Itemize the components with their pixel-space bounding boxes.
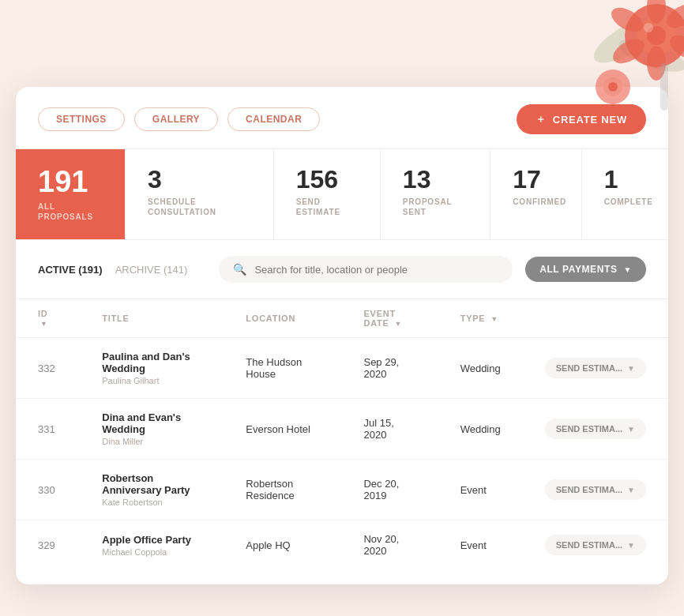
stat-label-3: PROPOSAL SENT: [403, 197, 468, 217]
stat-number-4: 17: [513, 167, 558, 192]
table-header-row: ID ▼ TITLE LOCATION EVENT DATE ▼ TYPE ▼: [16, 299, 668, 338]
cell-type-2: Event: [438, 460, 523, 520]
cell-action-1: SEND ESTIMA... ▼: [523, 399, 668, 460]
send-estimate-button-0[interactable]: SEND ESTIMA... ▼: [545, 358, 646, 378]
svg-point-0: [588, 7, 671, 71]
cell-type-3: Event: [438, 520, 523, 570]
stat-item-2[interactable]: 156 SEND ESTIMATE: [274, 149, 381, 239]
svg-point-2: [625, 4, 684, 67]
cell-date-1: Jul 15, 2020: [341, 399, 438, 460]
svg-point-6: [663, 0, 684, 32]
all-payments-button[interactable]: ALL PAYMENTS ▼: [525, 257, 646, 282]
stat-number-0: 191: [38, 167, 103, 197]
cell-action-3: SEND ESTIMA... ▼: [523, 520, 668, 570]
stat-number-3: 13: [403, 167, 468, 192]
cell-type-0: Wedding: [438, 338, 523, 399]
cell-title-2: Robertson Anniversary Party Kate Roberts…: [80, 460, 224, 520]
chevron-down-icon: ▼: [627, 486, 635, 494]
create-new-button[interactable]: ＋ CREATE NEW: [517, 104, 646, 134]
cell-id-1: 331: [16, 399, 80, 460]
stat-number-1: 3: [148, 167, 251, 192]
chevron-down-icon: ▼: [627, 364, 635, 373]
cell-location-2: Robertson Residence: [224, 460, 341, 520]
top-nav: SETTINGS GALLERY CALENDAR ＋ CREATE NEW: [16, 87, 668, 149]
send-estimate-button-1[interactable]: SEND ESTIMA... ▼: [545, 419, 646, 439]
stat-item-0[interactable]: 191 ALL PROPOSALS: [16, 149, 126, 239]
send-estimate-button-3[interactable]: SEND ESTIMA... ▼: [545, 535, 646, 555]
plus-icon: ＋: [536, 112, 547, 126]
stat-number-5: 1: [604, 167, 646, 192]
chevron-down-icon: ▼: [624, 265, 633, 274]
svg-point-5: [647, 0, 666, 24]
cell-id-2: 330: [16, 460, 80, 520]
sort-icon-date: ▼: [395, 320, 403, 328]
table-row: 332 Paulina and Dan's Wedding Paulina Gi…: [16, 338, 668, 399]
cell-action-2: SEND ESTIMA... ▼: [523, 460, 668, 520]
gallery-button[interactable]: GALLERY: [134, 107, 218, 131]
proposals-table: ID ▼ TITLE LOCATION EVENT DATE ▼ TYPE ▼ …: [16, 299, 668, 569]
svg-point-3: [637, 16, 676, 55]
table-row: 331 Dina and Evan's Wedding Dina Miller …: [16, 399, 668, 460]
stat-item-3[interactable]: 13 PROPOSAL SENT: [381, 149, 490, 239]
stat-item-1[interactable]: 3 SCHEDULE CONSULTATION: [126, 149, 274, 239]
active-tab[interactable]: ACTIVE (191): [38, 264, 103, 276]
chevron-down-icon: ▼: [627, 425, 635, 434]
archive-tab[interactable]: ARCHIVE (141): [115, 264, 188, 276]
cell-date-0: Sep 29, 2020: [341, 338, 438, 399]
settings-button[interactable]: SETTINGS: [38, 107, 125, 131]
svg-point-10: [607, 3, 647, 37]
chevron-down-icon: ▼: [627, 541, 635, 550]
cell-action-0: SEND ESTIMA... ▼: [523, 338, 668, 399]
proposals-table-container: ID ▼ TITLE LOCATION EVENT DATE ▼ TYPE ▼ …: [16, 299, 668, 569]
search-input[interactable]: [254, 264, 498, 276]
table-row: 329 Apple Office Party Michael Coppola A…: [16, 520, 668, 570]
main-card: SETTINGS GALLERY CALENDAR ＋ CREATE NEW 1…: [16, 87, 668, 584]
cell-title-0: Paulina and Dan's Wedding Paulina Gilhar…: [80, 338, 224, 399]
svg-point-11: [644, 23, 653, 32]
svg-point-8: [647, 46, 666, 81]
cell-location-0: The Hudson House: [224, 338, 341, 399]
svg-point-4: [647, 26, 666, 45]
cell-id-3: 329: [16, 520, 80, 570]
sort-icon-type: ▼: [490, 315, 498, 323]
cell-title-1: Dina and Evan's Wedding Dina Miller: [80, 399, 224, 460]
stat-label-1: SCHEDULE CONSULTATION: [148, 197, 251, 217]
cell-location-3: Apple HQ: [224, 520, 341, 570]
cell-date-2: Dec 20, 2019: [341, 460, 438, 520]
stat-label-0: ALL PROPOSALS: [38, 201, 103, 222]
search-box: 🔍: [219, 256, 513, 283]
stat-item-5[interactable]: 1 COMPLETE: [582, 149, 668, 239]
cell-date-3: Nov 20, 2020: [341, 520, 438, 570]
svg-point-7: [666, 31, 684, 65]
filter-row: ACTIVE (191) ARCHIVE (141) 🔍 ALL PAYMENT…: [16, 240, 668, 299]
col-location: LOCATION: [224, 299, 341, 338]
stat-item-4[interactable]: 17 CONFIRMED: [490, 149, 581, 239]
col-type: TYPE ▼: [438, 299, 523, 338]
cell-location-1: Everson Hotel: [224, 399, 341, 460]
stat-label-4: CONFIRMED: [513, 197, 558, 207]
col-id: ID ▼: [16, 299, 80, 338]
stat-label-5: COMPLETE: [604, 197, 646, 207]
cell-type-1: Wedding: [438, 399, 523, 460]
col-action: [523, 299, 668, 338]
send-estimate-button-2[interactable]: SEND ESTIMA... ▼: [545, 479, 646, 500]
stats-row: 191 ALL PROPOSALS 3 SCHEDULE CONSULTATIO…: [16, 149, 668, 240]
search-icon: 🔍: [233, 263, 246, 276]
svg-point-9: [609, 35, 648, 69]
table-row: 330 Robertson Anniversary Party Kate Rob…: [16, 460, 668, 520]
cell-title-3: Apple Office Party Michael Coppola: [80, 520, 224, 570]
stat-number-2: 156: [296, 167, 358, 192]
col-event-date: EVENT DATE ▼: [341, 299, 438, 338]
col-title: TITLE: [80, 299, 224, 338]
calendar-button[interactable]: CALENDAR: [227, 107, 320, 131]
stat-label-2: SEND ESTIMATE: [296, 197, 358, 217]
cell-id-0: 332: [16, 338, 80, 399]
sort-icon-id: ▼: [40, 320, 48, 328]
svg-point-1: [615, 32, 684, 79]
